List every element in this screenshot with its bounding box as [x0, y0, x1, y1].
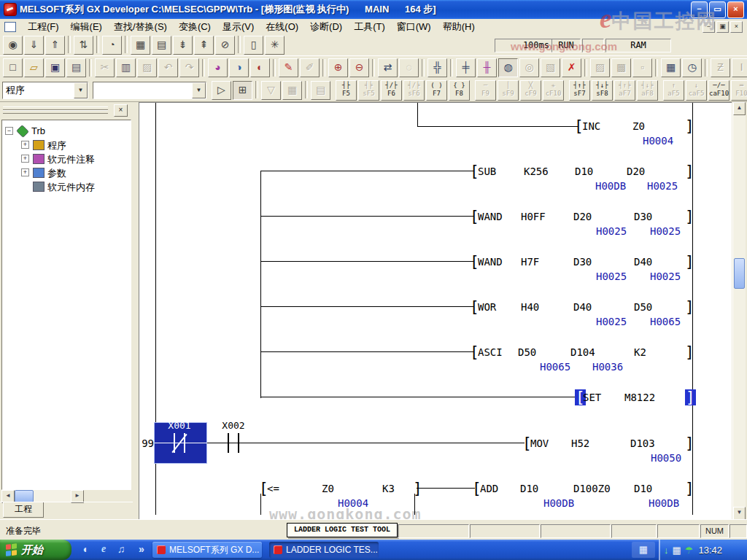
tree-expander-icon[interactable]: +: [21, 168, 29, 176]
panel-grip[interactable]: [3, 110, 108, 114]
ladder-symbol-sF6-button[interactable]: ╡/╞sF6: [403, 80, 425, 101]
macro-icon[interactable]: ⊘: [215, 36, 235, 55]
ladder-symbol-F7-button[interactable]: ( )F7: [426, 80, 447, 101]
child-window-icon[interactable]: [4, 22, 16, 32]
write-mode-icon[interactable]: ✎: [279, 58, 298, 77]
find-icon[interactable]: ◉: [3, 36, 23, 55]
open-project-icon[interactable]: ▱: [24, 58, 44, 77]
mdi-close-icon[interactable]: ×: [730, 21, 743, 33]
ladder-symbol-sF7-button[interactable]: ┤↑├sF7: [569, 80, 590, 101]
ladder-vscrollbar[interactable]: ▲ ▼: [732, 102, 746, 519]
menu-item-1[interactable]: 编辑(E): [65, 19, 108, 35]
close-button[interactable]: ×: [727, 1, 744, 18]
step-run-icon[interactable]: Ƶ: [711, 58, 730, 77]
quick-launch-ie-icon[interactable]: e: [96, 543, 111, 555]
quick-launch-desktop-icon[interactable]: ◐: [79, 543, 93, 555]
copy-icon[interactable]: ▥: [116, 58, 136, 77]
template-icon[interactable]: ▯: [244, 36, 263, 55]
instruction-operand[interactable]: D40: [634, 256, 652, 268]
jump-up-icon[interactable]: ⇑: [45, 36, 65, 55]
instruction-operand[interactable]: K2: [634, 346, 646, 358]
find-instruction-icon[interactable]: ◑: [229, 58, 249, 77]
menu-item-0[interactable]: 工程(F): [22, 19, 65, 35]
verify-icon[interactable]: ▫: [632, 58, 652, 77]
ladder-symbol-F10-button[interactable]: ═F10: [731, 80, 747, 101]
ladder-symbol-cF9-button[interactable]: ╳cF9: [520, 80, 541, 101]
scroll-thumb[interactable]: [734, 258, 745, 289]
monitor-mode-icon[interactable]: ◍: [498, 58, 518, 77]
instruction-operand[interactable]: D20: [573, 211, 592, 222]
tray-device-icon[interactable]: ▦: [673, 545, 681, 556]
start-button[interactable]: 开始: [0, 540, 71, 560]
paste-icon[interactable]: ▨: [137, 58, 157, 77]
menu-item-9[interactable]: 帮助(H): [437, 19, 481, 35]
tree-expander-icon[interactable]: −: [5, 127, 13, 135]
mdi-minimize-icon[interactable]: −: [703, 21, 715, 33]
device-batch-monitor-icon[interactable]: ▦: [661, 58, 681, 77]
tree-expander-icon[interactable]: +: [21, 155, 29, 163]
restore-button[interactable]: ▭: [709, 1, 726, 18]
ladder-symbol-F6-button[interactable]: ┤/├F6: [381, 80, 402, 101]
contact-bar[interactable]: [228, 433, 229, 453]
transfer-setup-icon[interactable]: ⇄: [378, 58, 398, 77]
scroll-thumb[interactable]: [15, 490, 34, 502]
comment-display-icon[interactable]: ▦: [131, 36, 150, 55]
instruction-operand[interactable]: H7F: [521, 256, 539, 268]
instruction-operand[interactable]: D50: [634, 301, 652, 313]
scroll-down-icon[interactable]: ▼: [733, 507, 746, 520]
instruction-name[interactable]: INC: [582, 120, 600, 132]
menu-item-2[interactable]: 查找/替换(S): [108, 19, 173, 35]
instruction-name[interactable]: WAND: [478, 256, 503, 268]
entry-data-monitor-icon[interactable]: ◷: [682, 58, 702, 77]
read-mode-icon[interactable]: ╪: [456, 58, 476, 77]
ladder-symbol-aF7-button[interactable]: ╡↑╞aF7: [614, 80, 635, 101]
instruction-operand[interactable]: D10: [520, 483, 538, 494]
panel-close-icon[interactable]: ×: [114, 104, 128, 117]
ladder-symbol-F5-button[interactable]: ┤├F5: [336, 80, 357, 101]
combo-arrow-icon[interactable]: ▼: [192, 82, 206, 98]
jump-down-icon[interactable]: ⇓: [24, 36, 44, 55]
note-display-icon[interactable]: ⇟: [173, 36, 193, 55]
instruction-operand[interactable]: D10: [634, 483, 652, 494]
instruction-name[interactable]: ADD: [480, 483, 498, 494]
trace-icon[interactable]: ▤: [311, 81, 330, 100]
find-step-icon[interactable]: ◐: [250, 58, 270, 77]
project-tab[interactable]: 工程: [3, 502, 44, 518]
monitor-write-icon[interactable]: ◎: [519, 58, 539, 77]
ladder-symbol-aF8-button[interactable]: ╡↓╞aF8: [637, 80, 658, 101]
ladder-area[interactable]: www.gongkong.com [INCZ0H0004][SUBK256D10…: [139, 102, 732, 520]
ladder-symbol-caF10-button[interactable]: ─/─caF10: [708, 80, 729, 101]
ladder-symbol-cF10-button[interactable]: ✳cF10: [543, 80, 564, 101]
instruction-operand[interactable]: Z0: [322, 483, 334, 494]
panel-hscrollbar[interactable]: ◄ ►: [1, 490, 83, 502]
ladder-view-icon[interactable]: ╬: [427, 58, 447, 77]
new-project-icon[interactable]: □: [3, 58, 23, 77]
instruction-operand[interactable]: Z0: [632, 120, 645, 132]
instruction-operand[interactable]: D50: [518, 346, 536, 358]
zoom-in-icon[interactable]: ⊕: [328, 58, 348, 77]
menu-item-3[interactable]: 变换(C): [173, 19, 217, 35]
instruction-operand[interactable]: K3: [382, 483, 395, 494]
task-button-0[interactable]: MELSOFT系列 GX D...: [152, 542, 262, 558]
program-combo[interactable]: 程序 ▼: [2, 82, 88, 99]
minimize-button[interactable]: −: [691, 1, 708, 18]
instruction-name[interactable]: SUB: [478, 166, 496, 177]
ladder-symbol-sF5-button[interactable]: ╡╞sF5: [358, 80, 379, 101]
contact-bar[interactable]: [238, 433, 239, 453]
instruction-operand[interactable]: D103: [630, 438, 655, 449]
instruction-name[interactable]: WAND: [478, 211, 503, 222]
instruction-operand[interactable]: D104: [570, 346, 595, 358]
instruction-operand[interactable]: H40: [521, 301, 539, 313]
quick-launch-media-icon[interactable]: ♫: [114, 543, 128, 555]
device-test-icon[interactable]: ▦: [282, 81, 302, 100]
sort-icon[interactable]: ▽: [261, 81, 281, 100]
device-combo[interactable]: ▼: [93, 82, 206, 99]
instruction-operand[interactable]: D20: [627, 166, 645, 177]
online-change-icon[interactable]: ▩: [611, 58, 631, 77]
tree-expander-icon[interactable]: +: [21, 141, 29, 149]
language-bar-icon[interactable]: ▦: [632, 542, 655, 558]
ladder-symbol-caF5-button[interactable]: ↓caF5: [686, 80, 707, 101]
instruction-operand[interactable]: D100Z0: [573, 483, 611, 494]
cut-icon[interactable]: ✂: [95, 58, 115, 77]
instruction-operand[interactable]: D30: [634, 211, 652, 222]
